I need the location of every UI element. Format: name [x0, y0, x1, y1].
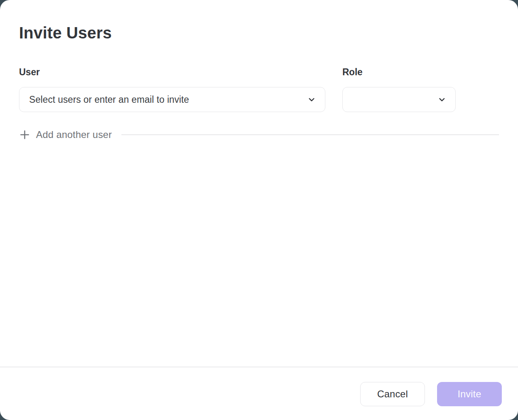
chevron-down-icon [437, 95, 446, 104]
invite-users-modal: Invite Users User Select users or enter … [0, 0, 518, 420]
page-title: Invite Users [19, 23, 499, 42]
cancel-button[interactable]: Cancel [360, 382, 425, 406]
role-select[interactable] [342, 87, 456, 112]
user-field-label: User [19, 66, 325, 78]
modal-body: Invite Users User Select users or enter … [0, 0, 518, 367]
modal-footer: Cancel Invite [0, 367, 518, 420]
plus-icon [19, 129, 30, 140]
user-select-placeholder: Select users or enter an email to invite [29, 94, 189, 105]
invite-form-row: User Select users or enter an email to i… [19, 66, 499, 112]
role-field: Role [342, 66, 456, 112]
add-another-user-row: Add another user [19, 129, 499, 141]
invite-button[interactable]: Invite [437, 382, 502, 406]
chevron-down-icon [307, 95, 316, 104]
add-another-user-label: Add another user [36, 129, 112, 141]
user-field: User Select users or enter an email to i… [19, 66, 325, 112]
user-select[interactable]: Select users or enter an email to invite [19, 87, 325, 112]
add-row-divider [121, 134, 499, 135]
role-field-label: Role [342, 66, 456, 78]
add-another-user-button[interactable]: Add another user [19, 129, 112, 141]
modal-backdrop: Invite Users User Select users or enter … [0, 0, 518, 420]
